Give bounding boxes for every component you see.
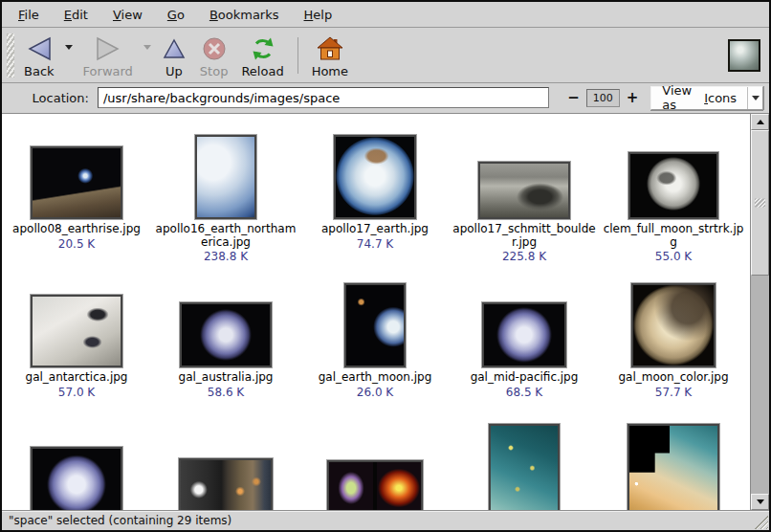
thumbnail-area [31, 125, 122, 219]
back-history-dropdown[interactable] [61, 30, 77, 64]
location-input[interactable] [98, 87, 549, 108]
file-thumbnail[interactable] [179, 458, 273, 510]
file-thumbnail[interactable] [180, 302, 272, 367]
thumbnail-area [179, 422, 273, 510]
file-thumbnail[interactable] [31, 295, 122, 367]
file-icon[interactable] [2, 422, 151, 510]
file-size: 57.0 K [58, 386, 95, 399]
thumbnail-area [344, 274, 406, 367]
file-icon[interactable]: clem_full_moon_strtrk.jpg55.0 K [599, 125, 748, 267]
file-icon[interactable]: gal_earth_moon.jpg26.0 K [300, 274, 450, 415]
menu-view[interactable]: View [100, 4, 155, 26]
file-thumbnail[interactable] [478, 162, 570, 219]
home-button[interactable]: Home [305, 30, 355, 81]
file-thumbnail[interactable] [334, 135, 416, 219]
file-icon[interactable]: apollo17_schmitt_boulder.jpg225.8 K [450, 125, 599, 267]
file-icon[interactable]: gal_antarctica.jpg57.0 K [2, 274, 151, 415]
scrollbar-thumb[interactable] [751, 130, 769, 276]
thumbnail-area [327, 422, 423, 510]
arrow-down-icon [757, 499, 764, 504]
zoom-controls: − 100 + [563, 89, 642, 107]
stop-label: Stop [200, 64, 229, 78]
menu-bookmarks[interactable]: Bookmarks [197, 4, 292, 26]
location-bar: Location: − 100 + View as Icons [2, 83, 769, 114]
file-icon[interactable] [599, 422, 748, 510]
up-button[interactable]: Up [155, 30, 193, 81]
forward-arrow-icon [94, 33, 122, 64]
file-thumbnail[interactable] [195, 135, 256, 219]
stop-button[interactable]: Stop [193, 30, 235, 81]
resize-grip[interactable] [752, 513, 768, 529]
file-icon[interactable]: gal_australia.jpg58.6 K [151, 274, 300, 415]
file-size: 68.5 K [506, 386, 542, 399]
file-name: gal_antarctica.jpg [26, 371, 128, 385]
file-thumbnail[interactable] [344, 283, 406, 367]
file-icon[interactable] [450, 422, 599, 510]
thumbnail-area [180, 274, 272, 367]
file-thumbnail[interactable] [631, 283, 716, 367]
menubar: FileEditViewGoBookmarksHelp [2, 2, 769, 28]
menu-help[interactable]: Help [292, 4, 345, 26]
file-icon[interactable] [151, 422, 300, 510]
home-label: Home [312, 64, 348, 78]
forward-history-dropdown[interactable] [140, 30, 155, 64]
file-icon[interactable]: gal_moon_color.jpg57.7 K [599, 274, 748, 415]
content-area: apollo08_earthrise.jpg20.5 Kapollo16_ear… [2, 114, 769, 510]
file-icon[interactable] [300, 422, 450, 510]
file-size: 26.0 K [357, 386, 393, 399]
zoom-level: 100 [586, 89, 620, 107]
vertical-scrollbar[interactable] [751, 114, 769, 510]
view-as-label: View as Icons [651, 87, 747, 109]
scrollbar-track[interactable] [751, 130, 769, 494]
thumbnail-area [31, 422, 122, 510]
file-name: gal_moon_color.jpg [618, 371, 728, 385]
file-size: 238.8 K [204, 250, 248, 263]
icon-view[interactable]: apollo08_earthrise.jpg20.5 Kapollo16_ear… [2, 114, 751, 510]
back-button[interactable]: Back [17, 30, 61, 81]
file-icon[interactable]: gal_mid-pacific.jpg68.5 K [450, 274, 599, 415]
thumbnail-area [482, 274, 566, 367]
file-name: gal_earth_moon.jpg [319, 371, 432, 385]
file-size: 58.6 K [208, 386, 244, 399]
thumbnail-area [478, 125, 570, 219]
toolbar-drag-handle[interactable] [7, 33, 14, 78]
file-thumbnail[interactable] [489, 424, 560, 510]
file-name: apollo17_schmitt_boulder.jpg [452, 223, 596, 249]
menu-file[interactable]: File [6, 4, 52, 26]
file-size: 55.0 K [655, 250, 692, 263]
file-thumbnail[interactable] [327, 460, 423, 510]
thumbnail-area [334, 125, 416, 219]
view-as-dropdown-arrow[interactable] [747, 87, 762, 109]
up-arrow-icon [162, 33, 187, 64]
file-thumbnail[interactable] [31, 146, 122, 219]
thumbnail-area [195, 125, 256, 219]
file-icon[interactable]: apollo08_earthrise.jpg20.5 K [2, 125, 151, 267]
file-name: gal_mid-pacific.jpg [471, 371, 579, 385]
back-arrow-icon [25, 33, 54, 64]
thumbnail-area [628, 125, 718, 219]
file-thumbnail[interactable] [628, 152, 718, 219]
menu-edit[interactable]: Edit [52, 4, 100, 26]
reload-label: Reload [241, 64, 283, 78]
back-label: Back [24, 64, 55, 78]
file-size: 225.8 K [502, 250, 546, 263]
file-thumbnail[interactable] [482, 302, 566, 367]
forward-button[interactable]: Forward [77, 30, 140, 81]
reload-button[interactable]: Reload [234, 30, 290, 81]
scrollbar-up-button[interactable] [751, 114, 769, 130]
menu-go[interactable]: Go [155, 4, 197, 26]
status-text: "space" selected (containing 29 items) [9, 514, 231, 527]
file-thumbnail[interactable] [31, 447, 122, 510]
file-icon[interactable]: apollo17_earth.jpg74.7 K [300, 125, 450, 267]
scrollbar-down-button[interactable] [751, 494, 769, 510]
toolbar-separator [297, 37, 298, 74]
up-label: Up [165, 64, 183, 78]
zoom-in-button[interactable]: + [623, 89, 643, 106]
view-as-combo[interactable]: View as Icons [650, 86, 763, 110]
zoom-out-button[interactable]: − [563, 89, 584, 106]
file-name: apollo08_earthrise.jpg [12, 223, 141, 236]
file-icon[interactable]: apollo16_earth_northamerica.jpg238.8 K [151, 125, 300, 267]
file-thumbnail[interactable] [628, 424, 719, 510]
thumbnail-area [628, 422, 719, 510]
chevron-down-icon [752, 96, 760, 100]
